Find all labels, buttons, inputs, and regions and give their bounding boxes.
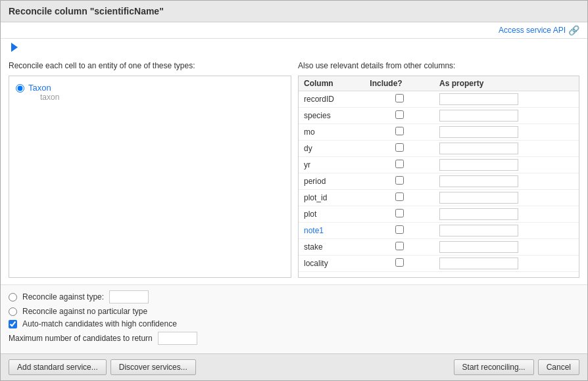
- table-row: period: [299, 173, 579, 190]
- table-row: mo: [299, 124, 579, 141]
- col-include-cell: [364, 108, 434, 124]
- col-include-cell: [364, 190, 434, 206]
- col-header-include: Include?: [364, 76, 434, 91]
- left-panel-label: Reconcile each cell to an entity of one …: [9, 61, 291, 70]
- type-item: Taxon taxon: [16, 83, 284, 102]
- top-bar: Access service API 🔗: [1, 22, 587, 39]
- col-property-cell: [434, 124, 579, 141]
- reconcile-type-input[interactable]: [109, 290, 149, 303]
- access-api-link[interactable]: Access service API 🔗: [499, 25, 579, 35]
- col-include-cell: [364, 239, 434, 256]
- auto-match-checkbox[interactable]: [9, 320, 17, 328]
- col-property-input[interactable]: [439, 225, 518, 236]
- col-include-checkbox[interactable]: [395, 127, 404, 135]
- col-property-cell: [434, 108, 579, 124]
- col-property-input[interactable]: [439, 126, 518, 138]
- table-row: locality: [299, 256, 579, 272]
- auto-match-label: Auto-match candidates with high confiden…: [22, 319, 177, 328]
- col-name-cell[interactable]: note1: [299, 223, 364, 239]
- auto-match-row: Auto-match candidates with high confiden…: [9, 319, 579, 328]
- col-include-cell: [364, 206, 434, 223]
- right-panel-label: Also use relevant details from other col…: [298, 61, 579, 70]
- access-api-label: Access service API: [499, 26, 566, 35]
- max-candidates-row: Maximum number of candidates to return: [9, 332, 579, 345]
- add-standard-service-button[interactable]: Add standard service...: [9, 359, 107, 375]
- taxon-name[interactable]: Taxon: [28, 83, 59, 93]
- col-name-cell: mo: [299, 124, 364, 141]
- columns-table-wrapper[interactable]: Column Include? As property recordIDspec…: [298, 76, 579, 278]
- cancel-button[interactable]: Cancel: [538, 359, 579, 375]
- col-name-cell: period: [299, 173, 364, 190]
- col-header-column: Column: [299, 76, 364, 91]
- footer-right: Start reconciling... Cancel: [454, 359, 579, 375]
- table-row: dy: [299, 141, 579, 157]
- reconcile-no-type-radio[interactable]: [9, 307, 17, 316]
- col-header-property: As property: [434, 76, 579, 91]
- col-include-checkbox[interactable]: [395, 209, 404, 217]
- col-include-checkbox[interactable]: [395, 94, 404, 102]
- col-include-cell: [364, 141, 434, 157]
- table-row: plot_id: [299, 190, 579, 206]
- discover-services-button[interactable]: Discover services...: [110, 359, 196, 375]
- col-property-cell: [434, 141, 579, 157]
- col-include-checkbox[interactable]: [395, 110, 404, 119]
- start-reconciling-button[interactable]: Start reconciling...: [454, 359, 534, 375]
- col-property-input[interactable]: [439, 159, 518, 171]
- max-candidates-label: Maximum number of candidates to return: [9, 334, 153, 343]
- table-row: plot: [299, 206, 579, 223]
- dialog-title: Reconcile column "scientificName": [1, 1, 587, 22]
- taxon-id: taxon: [40, 93, 59, 102]
- col-property-cell: [434, 206, 579, 223]
- col-property-cell: [434, 239, 579, 256]
- reconcile-no-type-label: Reconcile against no particular type: [22, 307, 147, 316]
- col-property-cell: [434, 91, 579, 108]
- col-property-cell: [434, 223, 579, 239]
- col-property-input[interactable]: [439, 192, 518, 204]
- table-row: species: [299, 108, 579, 124]
- col-property-input[interactable]: [439, 208, 518, 220]
- col-include-checkbox[interactable]: [395, 176, 404, 185]
- col-include-cell: [364, 91, 434, 108]
- taxon-radio[interactable]: [16, 84, 24, 93]
- arrow-indicator: [11, 43, 18, 52]
- max-candidates-input[interactable]: [158, 332, 197, 345]
- col-property-input[interactable]: [439, 93, 518, 105]
- col-name-cell: locality: [299, 256, 364, 272]
- main-content: Reconcile each cell to an entity of one …: [1, 55, 587, 284]
- col-name-cell: recordID: [299, 91, 364, 108]
- col-property-input[interactable]: [439, 241, 518, 253]
- table-row: stake: [299, 239, 579, 256]
- col-include-cell: [364, 157, 434, 173]
- footer-left: Add standard service... Discover service…: [9, 359, 196, 375]
- types-box: Taxon taxon: [9, 76, 291, 278]
- col-property-input[interactable]: [439, 175, 518, 187]
- col-name-cell: yr: [299, 157, 364, 173]
- bottom-options: Reconcile against type: Reconcile agains…: [1, 284, 587, 353]
- col-name-cell: species: [299, 108, 364, 124]
- col-include-checkbox[interactable]: [395, 160, 404, 168]
- col-include-checkbox[interactable]: [395, 192, 404, 201]
- reconcile-type-radio[interactable]: [9, 293, 17, 302]
- col-property-input[interactable]: [439, 110, 518, 122]
- col-include-checkbox[interactable]: [395, 258, 404, 267]
- col-property-cell: [434, 256, 579, 272]
- col-property-input[interactable]: [439, 258, 518, 269]
- link-icon: 🔗: [568, 25, 579, 35]
- col-include-checkbox[interactable]: [395, 143, 404, 152]
- col-include-cell: [364, 173, 434, 190]
- col-name-cell: plot_id: [299, 190, 364, 206]
- col-include-cell: [364, 124, 434, 141]
- col-property-cell: [434, 190, 579, 206]
- table-row: note1: [299, 223, 579, 239]
- col-name-cell: plot: [299, 206, 364, 223]
- footer: Add standard service... Discover service…: [1, 353, 587, 380]
- col-name-cell: dy: [299, 141, 364, 157]
- reconcile-type-row: Reconcile against type:: [9, 290, 579, 303]
- col-property-input[interactable]: [439, 143, 518, 154]
- col-include-checkbox[interactable]: [395, 242, 404, 250]
- right-panel: Also use relevant details from other col…: [298, 61, 579, 278]
- left-panel: Reconcile each cell to an entity of one …: [9, 61, 291, 278]
- col-name-cell: stake: [299, 239, 364, 256]
- columns-table: Column Include? As property recordIDspec…: [299, 76, 579, 272]
- col-include-checkbox[interactable]: [395, 225, 404, 234]
